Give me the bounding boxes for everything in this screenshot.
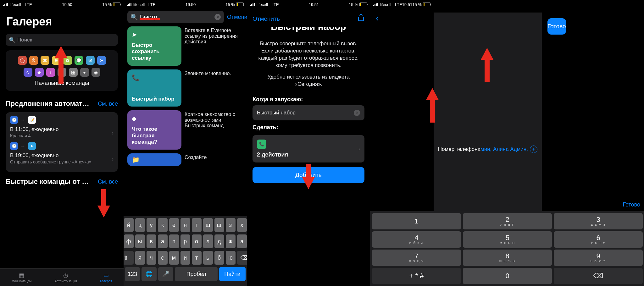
shortcut-description: Быстро совершите телефонный вызов. Если … bbox=[247, 37, 370, 74]
search-input[interactable]: 🔍 Поиск bbox=[6, 34, 118, 46]
key-э[interactable]: э bbox=[237, 234, 247, 248]
numkey-+ * #[interactable]: + * # bbox=[372, 268, 461, 284]
notes-icon: 📝 bbox=[28, 116, 36, 124]
chevron-right-icon: › bbox=[112, 156, 114, 162]
key-р[interactable]: р bbox=[180, 234, 190, 248]
when-label: Когда я запускаю: bbox=[247, 92, 370, 105]
screen-phone-config: lifecell LTE 19:51 15 % ‹ Номер телефона… bbox=[370, 0, 644, 286]
automation-card[interactable]: 🕐 → 📝 В 11:00, ежедневно Красная 4 › 🕐 →… bbox=[6, 112, 118, 172]
key-у[interactable]: у bbox=[147, 218, 156, 232]
annotation-underline bbox=[140, 18, 160, 20]
tab-gallery[interactable]: ▭Галерея bbox=[100, 272, 112, 283]
key-ш[interactable]: ш bbox=[203, 218, 213, 232]
see-all-link[interactable]: См. все bbox=[98, 101, 118, 107]
key-г[interactable]: г bbox=[192, 218, 202, 232]
numkey-0[interactable]: 0 bbox=[463, 268, 552, 284]
back-button[interactable]: ‹ bbox=[370, 9, 384, 28]
key-ж[interactable]: ж bbox=[226, 234, 236, 248]
key-е[interactable]: е bbox=[169, 218, 179, 232]
paper-plane-icon: ➤ bbox=[132, 31, 177, 38]
tab-my-shortcuts[interactable]: ▦Мои команды bbox=[12, 272, 31, 283]
key-м[interactable]: м bbox=[169, 251, 179, 265]
actions-row[interactable]: 📞 2 действия › bbox=[253, 135, 364, 162]
numkey-8[interactable]: 8Ш Щ Ъ Ы bbox=[463, 250, 552, 266]
layers-icon: ◆ bbox=[132, 115, 177, 122]
numkey-7[interactable]: 7Ф Х Ц Ч bbox=[372, 250, 461, 266]
key-л[interactable]: л bbox=[203, 234, 213, 248]
numkey-2[interactable]: 2А Б В Г bbox=[463, 213, 552, 229]
annotation-arrow bbox=[302, 164, 315, 189]
numbers-key[interactable]: 123 bbox=[125, 267, 140, 281]
screen-search: lifecell LTE 19:50 15 % 🔍 ✕ Отменить ➤ Б… bbox=[124, 0, 247, 286]
key-о[interactable]: о bbox=[192, 234, 202, 248]
key-и[interactable]: и bbox=[180, 251, 190, 265]
key-с[interactable]: с bbox=[158, 251, 168, 265]
result-card[interactable]: ➤ Быстро сохранить ссылку bbox=[127, 26, 181, 66]
svg-marker-1 bbox=[97, 189, 110, 217]
cancel-button[interactable]: Отменить bbox=[227, 14, 247, 20]
clock-icon: 🕐 bbox=[10, 116, 18, 124]
svg-marker-2 bbox=[302, 164, 315, 189]
clear-icon[interactable]: ✕ bbox=[214, 14, 221, 20]
key-б[interactable]: б bbox=[214, 251, 224, 265]
key-ч[interactable]: ч bbox=[147, 251, 156, 265]
backspace-key[interactable]: ⌫ bbox=[237, 251, 247, 265]
clear-icon[interactable]: ✕ bbox=[354, 110, 360, 116]
key-ф[interactable]: ф bbox=[124, 234, 134, 248]
phone-icon: 📞 bbox=[257, 140, 266, 149]
section-heading: Быстрые команды от п… bbox=[6, 178, 91, 186]
tab-bar: ▦Мои команды ◷Автоматизация ▭Галерея bbox=[0, 268, 124, 286]
cancel-button[interactable]: Отменить bbox=[253, 15, 280, 22]
numkey-1[interactable]: 1 bbox=[372, 213, 461, 229]
svg-marker-3 bbox=[426, 88, 439, 123]
numkey-3[interactable]: 3Д Е Ж З bbox=[554, 213, 643, 229]
numkey-9[interactable]: 9Ь Э Ю Я bbox=[554, 250, 643, 266]
done-button[interactable]: Готово bbox=[547, 18, 566, 35]
mic-key[interactable]: 🎤 bbox=[158, 267, 173, 281]
key-з[interactable]: з bbox=[226, 218, 236, 232]
key-п[interactable]: п bbox=[169, 234, 179, 248]
key-ы[interactable]: ы bbox=[135, 234, 145, 248]
key-к[interactable]: к bbox=[158, 218, 168, 232]
numkey-6[interactable]: 6Р С Т У bbox=[554, 231, 643, 248]
result-card[interactable]: 📁 bbox=[127, 153, 181, 166]
tab-automation[interactable]: ◷Автоматизация bbox=[54, 272, 77, 283]
result-card[interactable]: 📞 Быстрый набор bbox=[127, 69, 181, 107]
shift-key[interactable]: ⇧ bbox=[124, 251, 134, 265]
key-ь[interactable]: ь bbox=[203, 251, 213, 265]
key-д[interactable]: д bbox=[214, 234, 224, 248]
key-я[interactable]: я bbox=[135, 251, 145, 265]
status-bar: lifecell LTE 19:51 15 % bbox=[370, 0, 434, 9]
key-щ[interactable]: щ bbox=[214, 218, 224, 232]
section-heading: Предложения автомат… bbox=[6, 100, 89, 108]
key-ц[interactable]: ц bbox=[135, 218, 145, 232]
find-key[interactable]: Найти bbox=[219, 267, 246, 281]
key-й[interactable]: й bbox=[124, 218, 134, 232]
status-bar: lifecell LTE 19:51 15 % bbox=[247, 0, 370, 9]
key-н[interactable]: н bbox=[180, 218, 190, 232]
numkey-4[interactable]: 4И Й К Л bbox=[372, 231, 461, 248]
shortcut-name-input[interactable]: Быстрый набор ✕ bbox=[253, 105, 364, 120]
globe-key[interactable]: 🌐 bbox=[142, 267, 157, 281]
search-input[interactable]: 🔍 ✕ bbox=[127, 11, 224, 23]
key-а[interactable]: а bbox=[158, 234, 168, 248]
phone-icon: 📞 bbox=[132, 74, 177, 81]
key-ю[interactable]: ю bbox=[226, 251, 236, 265]
share-icon[interactable] bbox=[358, 14, 364, 24]
key-в[interactable]: в bbox=[147, 234, 156, 248]
numpad: 12А Б В Г3Д Е Ж З4И Й К Л5М Н О П6Р С Т … bbox=[370, 211, 644, 286]
add-contact-icon[interactable]: + bbox=[530, 146, 537, 153]
key-т[interactable]: т bbox=[192, 251, 202, 265]
space-key[interactable]: Пробел bbox=[175, 267, 218, 281]
svg-marker-0 bbox=[55, 46, 67, 84]
annotation-arrow bbox=[55, 46, 67, 84]
telegram-icon: ➤ bbox=[28, 142, 36, 150]
result-card[interactable]: ◆ Что такое быстрая команда? bbox=[127, 110, 181, 150]
numkey-5[interactable]: 5М Н О П bbox=[463, 231, 552, 248]
key-х[interactable]: х bbox=[237, 218, 247, 232]
see-all-link[interactable]: См. все bbox=[98, 179, 118, 185]
status-bar: lifecell LTE 19:50 15 % bbox=[0, 0, 124, 9]
numkey-⌫[interactable]: ⌫ bbox=[554, 268, 643, 284]
folder-icon: 📁 bbox=[132, 156, 177, 163]
keyboard-done-button[interactable]: Готово bbox=[623, 201, 640, 208]
